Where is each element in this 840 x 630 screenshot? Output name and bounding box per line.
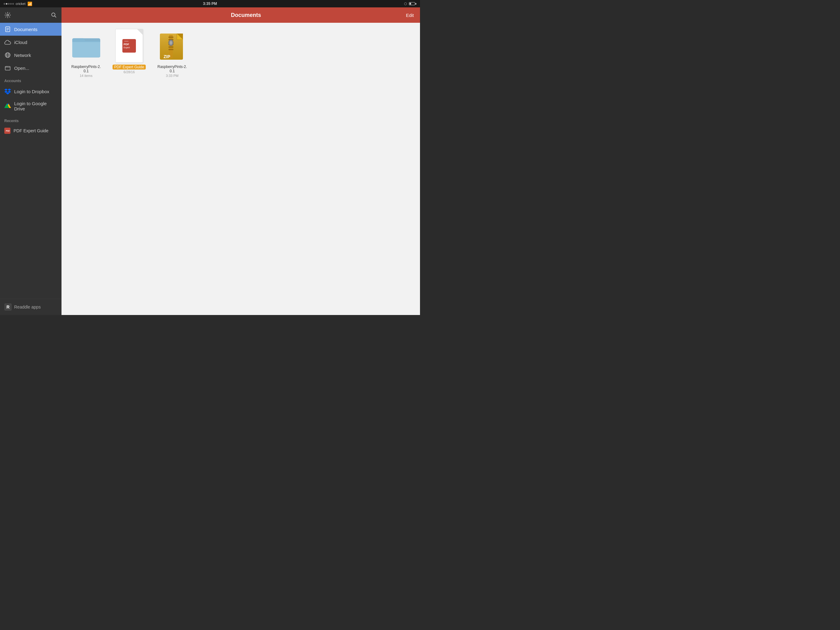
sidebar-documents-label: Documents xyxy=(14,27,38,32)
open-icon xyxy=(4,65,11,71)
pdf-mini-icon: PDF xyxy=(4,128,11,134)
wifi-icon: 📶 xyxy=(27,2,32,6)
sidebar-gdrive-label: Login to Google Drive xyxy=(14,101,57,111)
edit-button[interactable]: Edit xyxy=(406,13,414,18)
settings-icon[interactable] xyxy=(4,12,11,19)
sidebar-item-gdrive[interactable]: Login to Google Drive xyxy=(0,98,62,114)
recents-section-label: Recents xyxy=(0,114,62,125)
sidebar-item-open[interactable]: Open... xyxy=(0,62,62,74)
gdrive-icon xyxy=(4,103,11,109)
sidebar-dropbox-label: Login to Dropbox xyxy=(14,89,49,94)
sidebar-network-label: Network xyxy=(14,52,31,58)
document-icon xyxy=(4,26,11,33)
zip-name: RaspberryPints-2.0.1 xyxy=(158,65,187,73)
cloud-icon xyxy=(4,39,11,46)
sidebar-icloud-label: iCloud xyxy=(14,40,27,45)
file-item-folder[interactable]: RaspberryPints-2.0.1 14 items xyxy=(68,29,104,78)
status-right: ⬡ xyxy=(404,2,416,6)
sidebar: Documents iCloud Network xyxy=(0,7,62,315)
svg-rect-29 xyxy=(169,36,174,38)
accounts-section-label: Accounts xyxy=(0,74,62,85)
svg-text:Expert: Expert xyxy=(123,46,130,49)
content-area: Documents Edit xyxy=(62,7,420,315)
recent-pdf-label: PDF Expert Guide xyxy=(14,128,49,133)
svg-rect-25 xyxy=(124,41,128,41)
network-icon xyxy=(4,52,11,59)
file-item-zip[interactable]: ZIP RaspberryPints-2.0.1 3:33 PM xyxy=(154,29,191,78)
svg-line-2 xyxy=(55,16,56,17)
svg-point-36 xyxy=(170,41,172,44)
sidebar-item-documents[interactable]: Documents xyxy=(0,23,62,36)
svg-text:PDF: PDF xyxy=(6,130,9,132)
sidebar-footer[interactable]: R Readdle apps xyxy=(0,299,62,315)
folder-thumbnail xyxy=(71,29,101,63)
pdf-thumbnail: PDF Expert xyxy=(114,29,145,63)
bluetooth-icon: ⬡ xyxy=(404,2,407,6)
readdle-icon: R xyxy=(4,303,12,311)
pdf-meta: 6/28/16 xyxy=(123,70,135,74)
sidebar-item-network[interactable]: Network xyxy=(0,49,62,62)
page-title: Documents xyxy=(86,12,406,19)
svg-rect-12 xyxy=(5,66,10,70)
dropbox-icon xyxy=(4,88,11,95)
sidebar-item-dropbox[interactable]: Login to Dropbox xyxy=(0,85,62,98)
file-item-pdf[interactable]: PDF Expert PDF Expert Guide 6/28/16 xyxy=(111,29,148,78)
file-grid: RaspberryPints-2.0.1 14 items PDF Expert xyxy=(62,23,420,315)
readdle-label: Readdle apps xyxy=(14,304,41,309)
carrier-label: cricket xyxy=(16,2,25,6)
sidebar-item-icloud[interactable]: iCloud xyxy=(0,36,62,49)
svg-text:ZIP: ZIP xyxy=(164,54,171,59)
zip-thumbnail: ZIP xyxy=(157,29,188,63)
status-bar: cricket 📶 3:35 PM ⬡ xyxy=(0,0,420,7)
status-time: 3:35 PM xyxy=(203,2,217,6)
folder-name: RaspberryPints-2.0.1 xyxy=(71,65,101,73)
pdf-name-badge: PDF Expert Guide xyxy=(112,65,145,70)
content-header: Documents Edit xyxy=(62,7,420,23)
svg-text:PDF: PDF xyxy=(123,43,129,46)
folder-meta: 14 items xyxy=(80,74,93,78)
status-left: cricket 📶 xyxy=(4,2,32,6)
svg-rect-33 xyxy=(169,46,174,47)
search-icon[interactable] xyxy=(51,12,57,19)
sidebar-open-label: Open... xyxy=(14,65,29,71)
zip-meta: 3:33 PM xyxy=(166,74,178,78)
svg-point-0 xyxy=(7,14,9,16)
battery-indicator xyxy=(409,2,416,5)
sidebar-top-bar xyxy=(0,7,62,23)
signal-dots xyxy=(4,3,14,5)
recent-item-pdf[interactable]: PDF PDF Expert Guide xyxy=(0,125,62,136)
main-layout: Documents iCloud Network xyxy=(0,7,420,315)
svg-rect-34 xyxy=(169,49,174,50)
